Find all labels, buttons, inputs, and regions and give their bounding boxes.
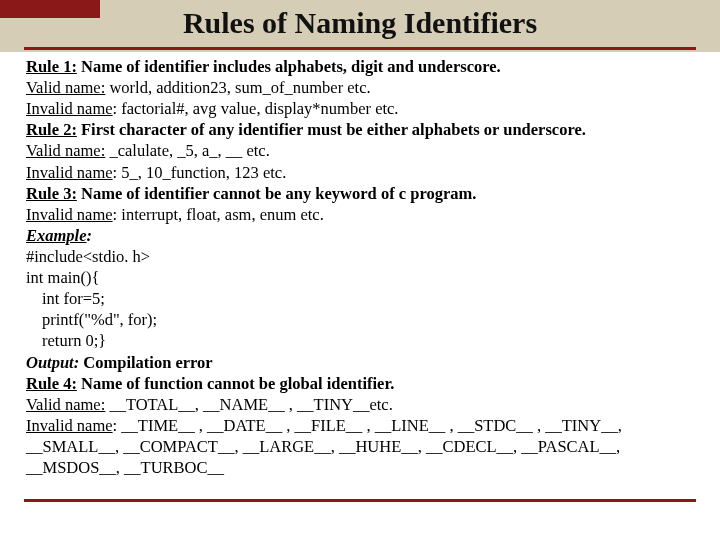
rule-4-valid: Valid name: __TOTAL__, __NAME__ , __TINY… [26,394,694,415]
rule-1-valid: Valid name: world, addition23, sum_of_nu… [26,77,694,98]
rule-2-line: Rule 2: First character of any identifie… [26,119,694,140]
rule-1-invalid-text: : factorial#, avg value, display*number … [113,99,399,118]
example-label-line: Example: [26,225,694,246]
footer-underline [24,499,696,502]
output-text: Compilation error [79,353,213,372]
rule-3-label: Rule 3: [26,184,77,203]
slide-title: Rules of Naming Identifiers [0,6,720,40]
rule-2-label: Rule 2: [26,120,77,139]
rule-3-invalid-text: : interrupt, float, asm, enum etc. [113,205,324,224]
invalid-name-label: Invalid name [26,416,113,435]
slide-content: Rule 1: Name of identifier includes alph… [0,52,720,478]
rule-2-invalid-text: : 5_, 10_function, 123 etc. [113,163,287,182]
code-line-2: int main(){ [26,267,694,288]
invalid-name-label: Invalid name [26,163,113,182]
rule-3-line: Rule 3: Name of identifier cannot be any… [26,183,694,204]
rule-4-text: Name of function cannot be global identi… [77,374,394,393]
invalid-name-label: Invalid name [26,205,113,224]
code-line-3: int for=5; [26,288,694,309]
rule-2-valid: Valid name: _calulate, _5, a_, __ etc. [26,140,694,161]
rule-1-invalid: Invalid name: factorial#, avg value, dis… [26,98,694,119]
rule-4-line: Rule 4: Name of function cannot be globa… [26,373,694,394]
rule-2-invalid: Invalid name: 5_, 10_function, 123 etc. [26,162,694,183]
title-underline [24,47,696,50]
output-label: Output: [26,353,79,372]
output-line: Output: Compilation error [26,352,694,373]
invalid-name-label: Invalid name [26,99,113,118]
valid-name-label: Valid name: [26,141,105,160]
rule-2-valid-text: _calulate, _5, a_, __ etc. [105,141,269,160]
rule-3-text: Name of identifier cannot be any keyword… [77,184,476,203]
code-line-5: return 0;} [26,330,694,351]
code-line-1: #include<stdio. h> [26,246,694,267]
rule-4-label: Rule 4: [26,374,77,393]
example-label: Example [26,226,87,245]
rule-4-valid-text: __TOTAL__, __NAME__ , __TINY__etc. [105,395,393,414]
rule-1-text: Name of identifier includes alphabets, d… [77,57,501,76]
valid-name-label: Valid name: [26,395,105,414]
rule-1-valid-text: world, addition23, sum_of_number etc. [109,78,370,97]
header-bar: Rules of Naming Identifiers [0,0,720,52]
valid-name-label: Valid name: [26,78,105,97]
rule-3-invalid: Invalid name: interrupt, float, asm, enu… [26,204,694,225]
code-line-4: printf("%d", for); [26,309,694,330]
rule-1-line: Rule 1: Name of identifier includes alph… [26,56,694,77]
rule-4-invalid: Invalid name: __TIME__ , __DATE__ , __FI… [26,415,694,478]
rule-2-text: First character of any identifier must b… [77,120,586,139]
rule-1-label: Rule 1: [26,57,77,76]
rule-4-invalid-text: : __TIME__ , __DATE__ , __FILE__ , __LIN… [26,416,622,477]
